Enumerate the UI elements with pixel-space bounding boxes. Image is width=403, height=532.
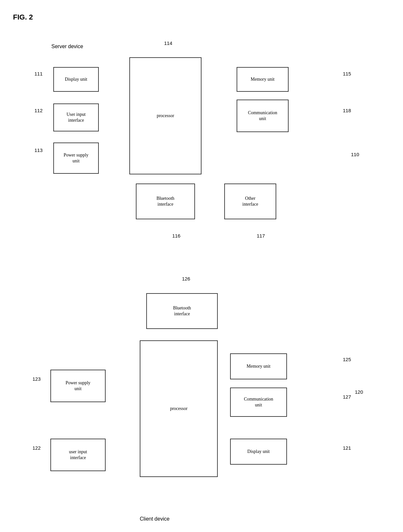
ref-120: 120 (355, 389, 363, 395)
client-device-label: Client device (140, 516, 170, 522)
server-processor-box: processor (129, 57, 202, 174)
server-display-unit-box: Display unit (53, 67, 99, 92)
client-memory-unit-box: Memory unit (230, 353, 287, 379)
client-display-label: Display unit (247, 449, 270, 455)
client-display-unit-box: Display unit (230, 439, 287, 465)
server-user-input-box: User inputinterface (53, 103, 99, 131)
client-bluetooth-box: Bluetoothinterface (146, 293, 218, 329)
ref-126: 126 (182, 276, 190, 281)
ref-110: 110 (351, 152, 359, 157)
server-communication-label: Communicationunit (248, 110, 277, 122)
ref-117: 117 (257, 233, 265, 239)
figure-label: FIG. 2 (13, 13, 390, 21)
ref-127: 127 (343, 394, 351, 400)
ref-112: 112 (34, 108, 43, 113)
client-user-input-label: user inputinterface (69, 449, 87, 461)
ref-115: 115 (343, 71, 351, 76)
client-memory-label: Memory unit (247, 363, 271, 369)
ref-125: 125 (343, 357, 351, 362)
client-power-label: Power supplyunit (66, 380, 91, 392)
server-power-label: Power supplyunit (64, 152, 89, 164)
ref-118: 118 (343, 108, 351, 113)
ref-114: 114 (164, 40, 172, 46)
server-other-interface-box: Otherinterface (224, 184, 276, 219)
ref-121: 121 (343, 445, 351, 451)
client-communication-box: Communicationunit (230, 388, 287, 417)
server-memory-label: Memory unit (251, 76, 275, 82)
ref-113: 113 (34, 147, 43, 153)
server-processor-label: processor (157, 113, 174, 119)
server-bluetooth-box: Bluetoothinterface (136, 184, 195, 219)
server-user-input-label: User inputinterface (67, 112, 86, 123)
client-processor-label: processor (170, 406, 188, 412)
ref-123: 123 (32, 376, 41, 382)
server-other-label: Otherinterface (242, 196, 258, 207)
server-bluetooth-label: Bluetoothinterface (156, 196, 174, 207)
server-communication-box: Communicationunit (237, 100, 289, 132)
ref-111: 111 (34, 71, 43, 76)
server-memory-unit-box: Memory unit (237, 67, 289, 92)
ref-116: 116 (172, 233, 180, 239)
page: FIG. 2 (0, 0, 403, 532)
client-processor-box: processor (140, 340, 218, 477)
client-user-input-box: user inputinterface (50, 439, 106, 471)
server-power-supply-box: Power supplyunit (53, 143, 99, 174)
server-display-label: Display unit (65, 76, 87, 82)
client-bluetooth-label: Bluetoothinterface (173, 305, 191, 317)
client-communication-label: Communicationunit (244, 396, 273, 408)
server-device-label: Server device (51, 44, 83, 49)
ref-122: 122 (32, 445, 41, 451)
client-power-supply-box: Power supplyunit (50, 370, 106, 402)
